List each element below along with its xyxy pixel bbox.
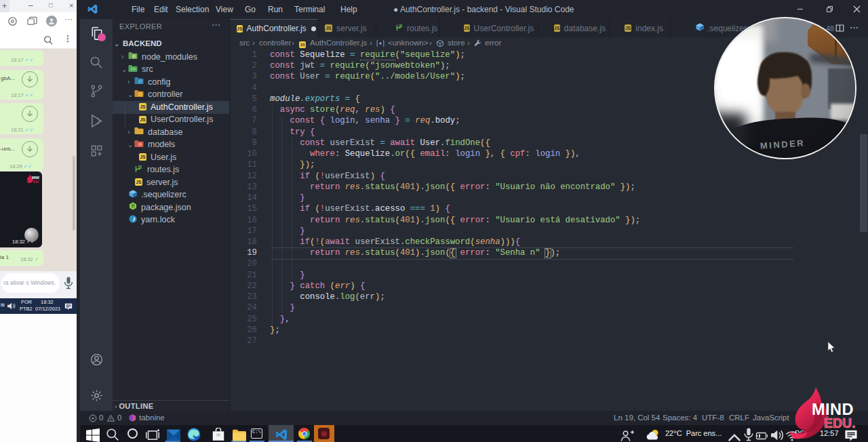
svg-text:EDU.: EDU. bbox=[824, 416, 856, 430]
svg-text:EDU: EDU bbox=[33, 180, 39, 184]
